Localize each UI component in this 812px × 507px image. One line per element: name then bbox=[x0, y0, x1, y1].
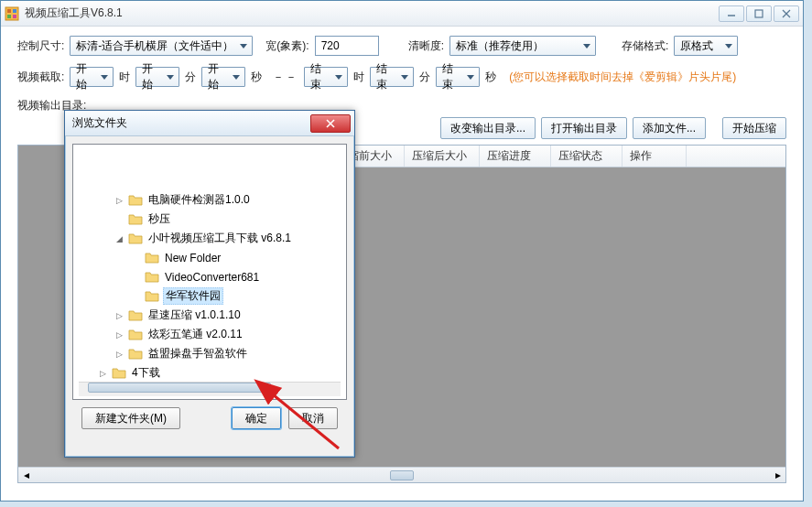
end-sec-combo[interactable]: 结束 bbox=[436, 67, 480, 87]
end-hour-combo[interactable]: 结束 bbox=[304, 67, 348, 87]
expander-icon[interactable]: ◢ bbox=[114, 234, 125, 243]
scroll-right-icon[interactable]: ▸ bbox=[770, 469, 785, 482]
width-label: 宽(象素): bbox=[265, 38, 309, 54]
tree-item[interactable]: ▷星速压缩 v1.0.1.10 bbox=[81, 306, 344, 325]
hour-unit: 时 bbox=[119, 70, 130, 85]
folder-icon bbox=[112, 367, 126, 380]
hour-unit-2: 时 bbox=[353, 70, 364, 85]
tree-item-label: New Folder bbox=[163, 252, 222, 264]
tree-item[interactable]: VideoConverter681 bbox=[81, 267, 344, 286]
tree-item-label: 炫彩五笔通 v2.0.11 bbox=[146, 327, 244, 342]
open-output-dir-button[interactable]: 打开输出目录 bbox=[541, 117, 627, 139]
min-unit-2: 分 bbox=[419, 70, 430, 85]
expander-icon[interactable]: ▷ bbox=[114, 311, 125, 320]
titlebar: 视频压缩工具V6.8.1 bbox=[1, 1, 803, 27]
close-button[interactable] bbox=[774, 5, 799, 22]
browse-folder-dialog: 浏览文件夹 ▷电脑硬件检测器1.0.0秒压◢小叶视频压缩工具下载 v6.8.1N… bbox=[64, 110, 355, 458]
new-folder-button[interactable]: 新建文件夹(M) bbox=[81, 407, 180, 429]
capture-label: 视频截取: bbox=[17, 70, 64, 85]
tree-item[interactable]: New Folder bbox=[81, 248, 344, 267]
svg-rect-3 bbox=[7, 15, 11, 18]
col-progress[interactable]: 压缩进度 bbox=[480, 146, 551, 167]
folder-icon bbox=[128, 194, 143, 207]
clarity-label: 清晰度: bbox=[408, 38, 444, 54]
scrollbar-thumb[interactable] bbox=[390, 470, 414, 480]
expander-icon[interactable]: ▷ bbox=[114, 330, 125, 340]
expander-icon[interactable]: ▷ bbox=[97, 369, 108, 378]
expander-icon[interactable]: ▷ bbox=[114, 196, 125, 205]
cancel-button[interactable]: 取消 bbox=[288, 407, 338, 429]
dialog-titlebar: 浏览文件夹 bbox=[65, 111, 354, 136]
clarity-combo[interactable]: 标准（推荐使用） bbox=[449, 36, 596, 56]
tree-item[interactable]: 华军软件园 bbox=[81, 286, 344, 306]
format-combo[interactable]: 原格式 bbox=[674, 36, 738, 56]
start-sec-combo[interactable]: 开始 bbox=[201, 67, 245, 87]
tree-item-label: VideoConverter681 bbox=[163, 271, 261, 284]
tree-item[interactable]: ▷4下载 bbox=[81, 363, 344, 383]
add-file-button[interactable]: 添加文件... bbox=[633, 117, 706, 139]
tree-item-label: 小叶视频压缩工具下载 v6.8.1 bbox=[146, 231, 293, 246]
sec-unit-2: 秒 bbox=[485, 70, 496, 85]
folder-icon bbox=[128, 213, 143, 226]
col-after[interactable]: 压缩后大小 bbox=[405, 146, 480, 167]
ok-button[interactable]: 确定 bbox=[232, 407, 281, 429]
width-input[interactable]: 720 bbox=[315, 36, 379, 56]
col-status[interactable]: 压缩状态 bbox=[551, 146, 623, 167]
tree-item-label: 华军软件园 bbox=[163, 287, 223, 305]
start-compress-button[interactable]: 开始压缩 bbox=[722, 117, 786, 139]
end-min-combo[interactable]: 结束 bbox=[370, 67, 414, 87]
tree-item-label: 秒压 bbox=[146, 211, 172, 227]
expander-icon[interactable]: ▷ bbox=[114, 350, 125, 359]
toolbar: 控制尺寸: 标清-适合手机横屏（文件适中） 宽(象素): 720 清晰度: 标准… bbox=[1, 27, 803, 121]
min-unit: 分 bbox=[185, 70, 196, 85]
table-header: 压缩前大小 压缩后大小 压缩进度 压缩状态 操作 bbox=[330, 146, 785, 167]
tree-item[interactable]: ◢小叶视频压缩工具下载 v6.8.1 bbox=[81, 229, 344, 248]
horizontal-scrollbar[interactable]: ◂ ▸ bbox=[18, 467, 785, 482]
tree-item[interactable]: ▷电脑硬件检测器1.0.0 bbox=[81, 190, 344, 210]
tree-item-label: 星速压缩 v1.0.1.10 bbox=[146, 307, 243, 323]
folder-icon bbox=[128, 309, 143, 322]
tree-item[interactable]: ▷益盟操盘手智盈软件 bbox=[81, 344, 344, 363]
scroll-left-icon[interactable]: ◂ bbox=[18, 469, 34, 482]
svg-rect-2 bbox=[13, 9, 16, 13]
col-action[interactable]: 操作 bbox=[623, 146, 687, 167]
svg-rect-1 bbox=[7, 9, 11, 13]
folder-icon bbox=[145, 290, 159, 303]
format-label: 存储格式: bbox=[622, 38, 668, 54]
size-combo[interactable]: 标清-适合手机横屏（文件适中） bbox=[70, 36, 253, 56]
start-min-combo[interactable]: 开始 bbox=[135, 67, 179, 87]
dialog-close-button[interactable] bbox=[310, 114, 351, 133]
app-icon bbox=[5, 6, 19, 21]
folder-icon bbox=[128, 329, 143, 341]
capture-note: (您可以选择截取时间去掉《爱剪辑》片头片尾) bbox=[509, 70, 736, 85]
tree-item-label: 益盟操盘手智盈软件 bbox=[146, 346, 249, 361]
folder-tree[interactable]: ▷电脑硬件检测器1.0.0秒压◢小叶视频压缩工具下载 v6.8.1New Fol… bbox=[72, 144, 347, 400]
svg-rect-6 bbox=[755, 10, 763, 17]
minimize-button[interactable] bbox=[719, 5, 744, 22]
folder-icon bbox=[145, 271, 159, 284]
start-hour-combo[interactable]: 开始 bbox=[70, 67, 114, 87]
folder-icon bbox=[128, 232, 143, 245]
dash: －－ bbox=[273, 70, 298, 85]
window-title: 视频压缩工具V6.8.1 bbox=[25, 5, 719, 21]
size-label: 控制尺寸: bbox=[17, 38, 64, 54]
tree-horizontal-scrollbar[interactable] bbox=[79, 382, 341, 396]
close-icon bbox=[325, 119, 336, 128]
tree-scrollbar-thumb[interactable] bbox=[88, 383, 271, 393]
tree-item[interactable]: 秒压 bbox=[81, 210, 344, 229]
dialog-title: 浏览文件夹 bbox=[72, 115, 127, 131]
svg-rect-4 bbox=[13, 15, 16, 18]
tree-item[interactable]: ▷炫彩五笔通 v2.0.11 bbox=[81, 325, 344, 344]
sec-unit: 秒 bbox=[251, 70, 262, 85]
tree-item-label: 4下载 bbox=[130, 365, 162, 381]
folder-icon bbox=[145, 252, 159, 264]
tree-item-label: 电脑硬件检测器1.0.0 bbox=[146, 192, 252, 208]
change-output-dir-button[interactable]: 改变输出目录... bbox=[440, 117, 536, 139]
folder-icon bbox=[128, 348, 143, 361]
maximize-button[interactable] bbox=[746, 5, 772, 22]
